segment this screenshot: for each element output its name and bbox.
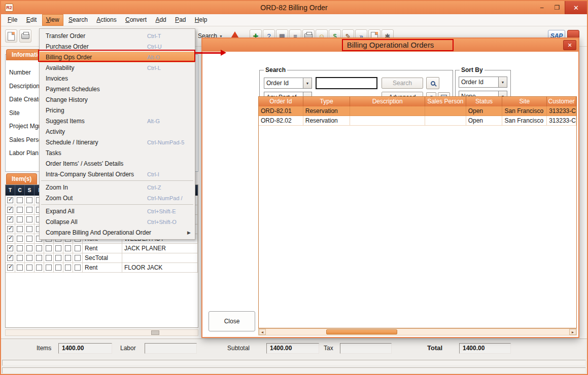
checkbox[interactable] — [17, 226, 23, 232]
view-menu-item-zoom-out[interactable]: Zoom Out Ctrl-NumPad / — [40, 193, 195, 203]
checkbox[interactable] — [17, 236, 23, 242]
new-document-icon[interactable] — [5, 29, 17, 43]
orders-col-status[interactable]: Status — [466, 97, 503, 106]
view-menu-item-availability[interactable]: Availability Ctrl-L — [40, 62, 195, 73]
order-id-combo[interactable]: Order Id ▼ — [264, 78, 312, 89]
view-menu-item-activity[interactable]: Activity — [40, 126, 195, 137]
items-header-cell[interactable]: S — [25, 185, 34, 196]
sort-combo-1[interactable]: Order Id ▼ — [459, 77, 507, 88]
checkbox[interactable] — [75, 255, 81, 261]
items-header-cell[interactable]: T — [6, 185, 15, 196]
checkbox-checked[interactable] — [7, 245, 13, 251]
maximize-button[interactable]: ❐ — [549, 1, 565, 14]
checkbox[interactable] — [26, 236, 32, 242]
checkbox[interactable] — [46, 245, 52, 251]
view-menu-item-billing-ops-order[interactable]: Billing Ops Order Alt-O — [40, 52, 195, 62]
menubar-item-view[interactable]: View — [42, 14, 63, 26]
checkbox[interactable] — [17, 197, 23, 203]
item-row[interactable]: Rent JACK PLANER — [6, 244, 198, 253]
dialog-close-button[interactable]: ✕ — [563, 40, 576, 50]
view-menu-item-transfer-order[interactable]: Transfer Order Ctrl-T — [40, 30, 195, 41]
scroll-left-arrow[interactable]: ◄ — [259, 329, 266, 335]
view-menu-item-suggest-items[interactable]: Suggest Items Alt-G — [40, 116, 195, 126]
checkbox[interactable] — [75, 265, 81, 271]
items-hscrollbar[interactable] — [5, 329, 198, 336]
scroll-right-arrow[interactable]: ► — [569, 329, 576, 335]
view-menu-item-pricing[interactable]: Pricing — [40, 105, 195, 116]
view-menu-item-expand-all[interactable]: Expand All Ctrl+Shift-E — [40, 206, 195, 216]
item-row[interactable]: Rent FLOOR JACK — [6, 263, 198, 273]
orders-grid-row[interactable]: ORD-82.01 Reservation Open San Francisco… — [259, 106, 576, 116]
view-menu-item-invoices[interactable]: Invoices — [40, 73, 195, 84]
chevron-down-icon[interactable]: ▼ — [303, 78, 312, 88]
checkbox[interactable] — [26, 207, 32, 213]
chevron-down-icon[interactable]: ▼ — [498, 77, 507, 87]
menubar-item-convert[interactable]: Convert — [122, 14, 150, 26]
checkbox[interactable] — [55, 265, 61, 271]
view-menu-item-payment-schedules[interactable]: Payment Schedules — [40, 84, 195, 94]
orders-col-order-id[interactable]: Order Id — [259, 97, 303, 106]
checkbox[interactable] — [75, 245, 81, 251]
checkbox[interactable] — [65, 245, 71, 251]
menubar-item-actions[interactable]: Actions — [93, 14, 120, 26]
checkbox[interactable] — [17, 207, 23, 213]
hscroll-thumb[interactable] — [151, 330, 159, 335]
menubar-item-pad[interactable]: Pad — [171, 14, 189, 26]
checkbox[interactable] — [46, 265, 52, 271]
close-button[interactable]: ✕ — [565, 1, 587, 14]
view-menu-item-schedule-itinerary[interactable]: Schedule / Itinerary Ctrl-NumPad-5 — [40, 137, 195, 147]
checkbox[interactable] — [26, 216, 32, 222]
checkbox-checked[interactable] — [7, 216, 13, 222]
checkbox[interactable] — [17, 216, 23, 222]
minimize-button[interactable]: – — [534, 1, 549, 14]
checkbox[interactable] — [65, 255, 71, 261]
checkbox[interactable] — [17, 255, 23, 261]
view-menu-item-order-items-assets-details[interactable]: Order Items' / Assets' Details — [40, 158, 195, 169]
labor-total-field[interactable] — [145, 343, 197, 354]
view-menu-item-compare-billing-and-operational-order[interactable]: Compare Billing And Operational Order ▶ — [40, 227, 195, 238]
checkbox[interactable] — [17, 265, 23, 271]
checkbox[interactable] — [26, 255, 32, 261]
checkbox[interactable] — [26, 226, 32, 232]
view-menu-item-zoom-in[interactable]: Zoom In Ctrl-Z — [40, 182, 195, 193]
scroll-thumb[interactable] — [326, 329, 397, 334]
menubar-item-help[interactable]: Help — [191, 14, 211, 26]
checkbox[interactable] — [26, 245, 32, 251]
menubar-item-file[interactable]: File — [4, 14, 21, 26]
orders-col-type[interactable]: Type — [303, 97, 351, 106]
checkbox[interactable] — [55, 255, 61, 261]
orders-col-sales-person[interactable]: Sales Person — [425, 97, 466, 106]
search-field-input[interactable] — [316, 77, 377, 89]
view-menu-item-collapse-all[interactable]: Collapse All Ctrl+Shift-O — [40, 216, 195, 227]
items-header-cell[interactable]: C — [15, 185, 25, 196]
print-icon[interactable] — [19, 29, 31, 43]
checkbox[interactable] — [36, 255, 42, 261]
items-total-field[interactable]: 1400.00 — [58, 343, 112, 354]
orders-col-site[interactable]: Site — [502, 97, 547, 106]
checkbox[interactable] — [65, 265, 71, 271]
checkbox-checked[interactable] — [7, 207, 13, 213]
checkbox-checked[interactable] — [7, 265, 13, 271]
view-menu-item-intra-company-subrental-orders[interactable]: Intra-Company Subrental Orders Ctrl-I — [40, 169, 195, 179]
items-tab[interactable]: Item(s) — [6, 173, 37, 184]
checkbox[interactable] — [26, 265, 32, 271]
checkbox-checked[interactable] — [7, 226, 13, 232]
close-button-dialog[interactable]: Close — [209, 311, 255, 331]
subtotal-field[interactable]: 1400.00 — [266, 343, 319, 354]
checkbox[interactable] — [36, 265, 42, 271]
tax-field[interactable] — [340, 343, 392, 354]
menubar-item-add[interactable]: Add — [152, 14, 169, 26]
total-field[interactable]: 1400.00 — [459, 343, 511, 354]
menubar-item-edit[interactable]: Edit — [23, 14, 41, 26]
view-menu-item-change-history[interactable]: Change History — [40, 94, 195, 105]
view-menu-item-purchase-order[interactable]: Purchase Order Ctrl-U — [40, 41, 195, 52]
item-row[interactable]: SecTotal — [6, 253, 198, 263]
dialog-hscrollbar[interactable]: ◄ ► — [258, 328, 577, 335]
checkbox[interactable] — [46, 255, 52, 261]
view-menu-item-tasks[interactable]: Tasks — [40, 147, 195, 158]
checkbox[interactable] — [17, 245, 23, 251]
orders-col-customer[interactable]: Customer — [547, 97, 576, 106]
checkbox[interactable] — [36, 245, 42, 251]
menubar-item-search[interactable]: Search — [65, 14, 91, 26]
checkbox-checked[interactable] — [7, 255, 13, 261]
